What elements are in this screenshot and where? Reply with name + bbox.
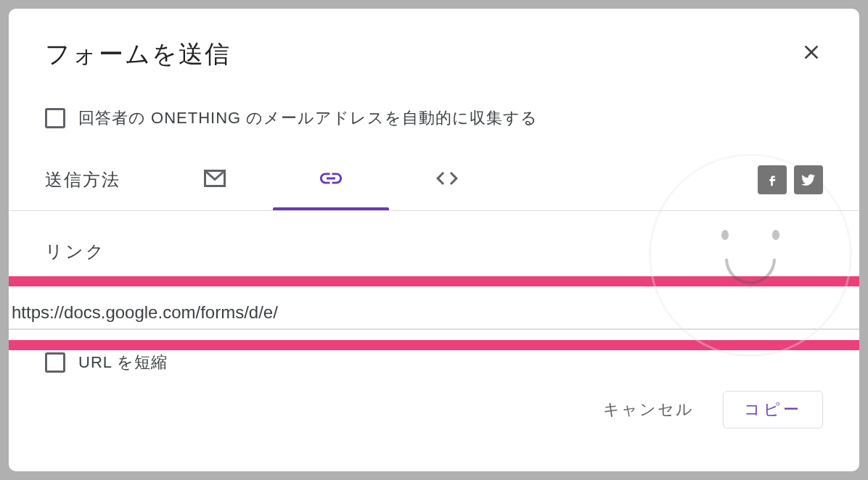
collect-email-row: 回答者の ONETHING のメールアドレスを自動的に収集する [9,86,859,144]
embed-icon [434,165,460,194]
cancel-button[interactable]: キャンセル [594,392,703,428]
collect-email-checkbox[interactable] [45,108,65,128]
tab-email[interactable] [157,165,273,210]
link-icon [318,165,344,194]
facebook-icon[interactable] [758,165,787,194]
dialog-header: フォームを送信 [9,9,859,86]
social-share [758,165,823,210]
mail-icon [202,165,228,194]
tab-link[interactable] [273,165,389,210]
tab-embed[interactable] [389,165,505,210]
close-icon[interactable] [800,41,823,68]
send-method-label: 送信方法 [45,168,120,207]
twitter-icon[interactable] [794,165,823,194]
shorten-url-checkbox[interactable] [45,352,65,373]
send-method-tabs: 送信方法 [9,144,859,211]
collect-email-label: 回答者の ONETHING のメールアドレスを自動的に収集する [78,107,538,129]
send-form-dialog: フォームを送信 回答者の ONETHING のメールアドレスを自動的に収集する … [9,9,859,471]
shorten-url-label: URL を短縮 [78,352,168,373]
dialog-footer: キャンセル コピー [9,373,859,450]
dialog-title: フォームを送信 [45,38,231,71]
copy-button[interactable]: コピー [723,391,823,429]
